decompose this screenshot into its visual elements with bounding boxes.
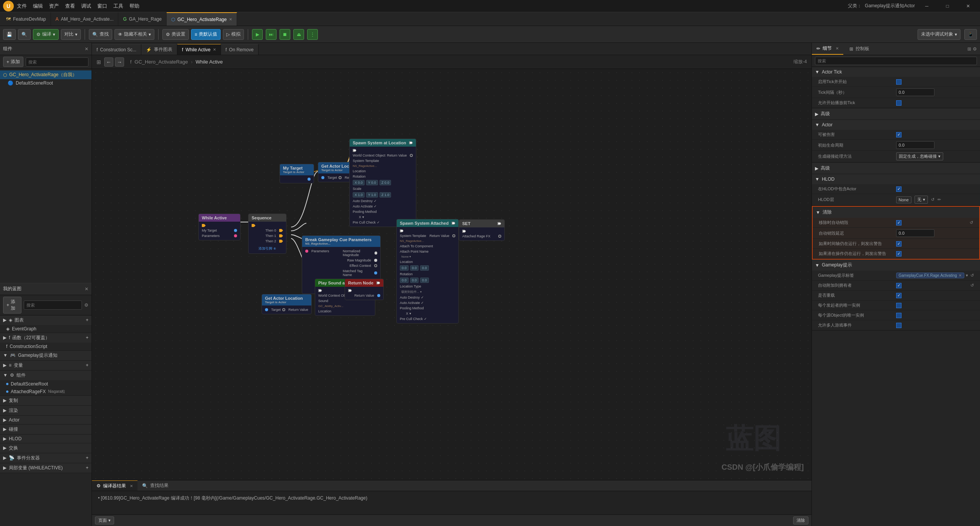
while-active-close-icon[interactable]: ✕ bbox=[213, 47, 216, 52]
eject-button[interactable]: ⏏ bbox=[293, 29, 304, 40]
my-blueprint-panel-close-icon[interactable]: ✕ bbox=[85, 286, 88, 292]
damageable-checkbox[interactable] bbox=[896, 132, 901, 137]
blueprint-add-button[interactable]: + 添加 bbox=[3, 297, 21, 314]
tag-chip-close-icon[interactable]: ✕ bbox=[959, 273, 962, 278]
browse-button[interactable]: 🔍 bbox=[18, 29, 31, 40]
bp-section-dispatcher-header[interactable]: ▶ 📡 事件分发器 + bbox=[0, 453, 92, 463]
bp-section-actor2-header[interactable]: ▶ Actor bbox=[0, 416, 92, 424]
unique-per-source-checkbox[interactable] bbox=[896, 313, 901, 318]
breadcrumb-root[interactable]: GC_Hero_ActivateRage bbox=[134, 59, 188, 65]
tab-feature-dev-map[interactable]: 🗺 FeatureDevMap bbox=[2, 12, 51, 26]
details-settings-button[interactable]: ⚙ bbox=[973, 46, 977, 52]
gameplay-hint-header[interactable]: ▼ Gameplay提示 bbox=[812, 260, 980, 271]
return-node[interactable]: Return Node Return Value bbox=[345, 279, 384, 300]
nav-mode-icon[interactable]: ⊞ bbox=[97, 59, 101, 65]
components-search-input[interactable] bbox=[26, 57, 88, 67]
find-button[interactable]: 🔍 查找 bbox=[89, 29, 112, 40]
enable-tick-checkbox[interactable] bbox=[896, 79, 901, 85]
bp-section-gameplay-header[interactable]: ▼ 🎮 Gameplay提示通知 bbox=[0, 351, 92, 360]
sequence-node[interactable]: Sequence Then 0 Then 1 Then 2 添加引脚 ⊕ bbox=[248, 214, 286, 254]
localvars-add-icon[interactable]: + bbox=[86, 465, 88, 470]
menu-debug[interactable]: 调试 bbox=[81, 3, 91, 10]
bp-item-attachedragefx[interactable]: AttachedRageFX Niagara粒 bbox=[0, 388, 92, 395]
tab-gc-hero[interactable]: ⬡ GC_Hero_ActivateRage ✕ bbox=[167, 12, 237, 26]
hlod-include-checkbox[interactable] bbox=[896, 186, 901, 192]
components-panel-close-icon[interactable]: ✕ bbox=[85, 46, 88, 52]
dispatcher-add-icon[interactable]: + bbox=[86, 455, 88, 461]
class-defaults-button[interactable]: ≡ 类默认值 bbox=[191, 29, 221, 40]
bp-section-render-header[interactable]: ▶ 渲染 bbox=[0, 406, 92, 415]
tab-am-hero[interactable]: A AM_Hero_Axe_Activate... bbox=[51, 12, 118, 26]
actor-header[interactable]: ▼ Actor bbox=[812, 120, 980, 130]
back-button[interactable]: ← bbox=[104, 57, 113, 67]
components-add-button[interactable]: + 添加 bbox=[3, 57, 23, 67]
blueprint-search-input[interactable] bbox=[24, 301, 82, 310]
hlod-layer-right-dropdown[interactable]: 无 ▾ bbox=[915, 196, 928, 204]
allow-multiplayer-checkbox[interactable] bbox=[896, 323, 901, 328]
bp-item-construction[interactable]: f ConstructionScript bbox=[0, 343, 92, 350]
is-override-checkbox[interactable] bbox=[896, 293, 901, 298]
my-target-node[interactable]: My Target Target is Actor bbox=[280, 164, 314, 183]
hide-unrelated-button[interactable]: 👁 隐藏不相关 ▾ bbox=[115, 29, 154, 40]
while-active-node[interactable]: While Active My Target Parameters bbox=[198, 214, 241, 240]
hlod-edit-button[interactable]: ✏ bbox=[937, 197, 941, 202]
bp-section-collision-header[interactable]: ▶ 碰撞 bbox=[0, 425, 92, 434]
bp-item-eventgraph[interactable]: ◈ EventGraph bbox=[0, 325, 92, 333]
variables-add-icon[interactable]: + bbox=[86, 363, 88, 368]
diff-button[interactable]: 对比 ▾ bbox=[61, 29, 81, 40]
bottom-tab-compiler[interactable]: ⚙ 编译器结果 ✕ bbox=[92, 480, 137, 491]
gameplay-tag-chip[interactable]: GameplayCue.FX.Rage.Activating ✕ bbox=[896, 273, 964, 278]
control-panel-tab[interactable]: ⊞ 控制板 bbox=[845, 43, 874, 55]
class-settings-button[interactable]: ⚙ 类设置 bbox=[162, 29, 189, 40]
compile-button[interactable]: ⚙ 编译 ▾ bbox=[33, 29, 59, 40]
stop-button[interactable]: ⏹ bbox=[280, 29, 290, 40]
tag-dropdown-button[interactable]: ▾ bbox=[966, 273, 968, 278]
bp-section-variables-header[interactable]: ▶ ≡ 变量 + bbox=[0, 361, 92, 370]
details-search-input[interactable] bbox=[815, 57, 977, 65]
cleanup-header[interactable]: ▼ 清除 bbox=[813, 207, 979, 218]
blueprint-canvas[interactable]: While Active My Target Parameters Sequen… bbox=[92, 69, 811, 480]
tab-event-graph[interactable]: ⚡ 事件图表 bbox=[141, 44, 177, 55]
simulate-button[interactable]: ▷ 模拟 bbox=[223, 29, 244, 40]
default-scene-root-item[interactable]: 🔵 DefaultSceneRoot bbox=[0, 79, 92, 87]
bp-section-functions-header[interactable]: ▶ f 函数（22可覆盖） + bbox=[0, 333, 92, 343]
advanced-1-header[interactable]: ▶ 高级 bbox=[812, 108, 980, 119]
forward-button[interactable]: → bbox=[115, 57, 124, 67]
compiler-results-close-icon[interactable]: ✕ bbox=[130, 484, 133, 488]
tab-on-remove[interactable]: f On Remove bbox=[221, 44, 258, 55]
get-actor-location-2-node[interactable]: Get Actor Location Target is Actor Targe… bbox=[262, 294, 312, 314]
bottom-tab-find[interactable]: 🔍 查找结果 bbox=[137, 480, 173, 491]
maximize-button[interactable]: □ bbox=[939, 0, 956, 12]
root-component-item[interactable]: ⬡ GC_Hero_ActivateRage（自我） bbox=[0, 70, 92, 79]
menu-view[interactable]: 查看 bbox=[65, 3, 75, 10]
more-options-button[interactable]: ⋮ bbox=[307, 29, 318, 40]
step-button[interactable]: ⏭ bbox=[266, 29, 276, 40]
auto-destroy-checkbox[interactable] bbox=[896, 220, 901, 225]
timeline-warning-checkbox[interactable] bbox=[896, 241, 901, 247]
latent-warning-checkbox[interactable] bbox=[896, 251, 901, 256]
clear-button[interactable]: 清除 bbox=[793, 516, 808, 524]
tick-interval-input[interactable] bbox=[896, 88, 934, 96]
tab-while-active[interactable]: f While Active ✕ bbox=[177, 44, 221, 55]
debug-extra-button[interactable]: 📱 bbox=[964, 29, 977, 40]
menu-file[interactable]: 文件 bbox=[17, 3, 27, 10]
bp-section-localvars-header[interactable]: ▶ 局部变量 (WHILEACTIVE) + bbox=[0, 463, 92, 473]
details-tab[interactable]: ✏ 细节 ✕ bbox=[812, 43, 843, 55]
hlod-header[interactable]: ▼ HLOD bbox=[812, 174, 980, 184]
debug-target-dropdown[interactable]: 未选中调试对象 ▾ bbox=[918, 29, 960, 40]
bp-section-exchange-header[interactable]: ▶ 交换 bbox=[0, 443, 92, 453]
menu-window[interactable]: 窗口 bbox=[97, 3, 107, 10]
auto-attach-reset-button[interactable]: ↺ bbox=[970, 283, 974, 288]
hlod-layer-left-dropdown[interactable]: None bbox=[896, 196, 911, 203]
menu-tools[interactable]: 工具 bbox=[113, 3, 123, 10]
bp-section-rep-header[interactable]: ▶ 复制 bbox=[0, 396, 92, 405]
tab-construction-script[interactable]: f Construction Sc... bbox=[92, 44, 141, 55]
tab-close-icon[interactable]: ✕ bbox=[229, 17, 232, 21]
details-grid-view-button[interactable]: ⊞ bbox=[967, 46, 971, 52]
save-button[interactable]: 💾 bbox=[3, 29, 16, 40]
unique-per-instigator-checkbox[interactable] bbox=[896, 303, 901, 308]
close-button[interactable]: ✕ bbox=[959, 0, 977, 12]
spawn-collision-dropdown[interactable]: 固定生成，忽略碰撞 ▾ bbox=[896, 152, 943, 160]
bp-section-graph-header[interactable]: ▶ ◈ 图表 + bbox=[0, 315, 92, 325]
play-button[interactable]: ▶ bbox=[252, 29, 263, 40]
